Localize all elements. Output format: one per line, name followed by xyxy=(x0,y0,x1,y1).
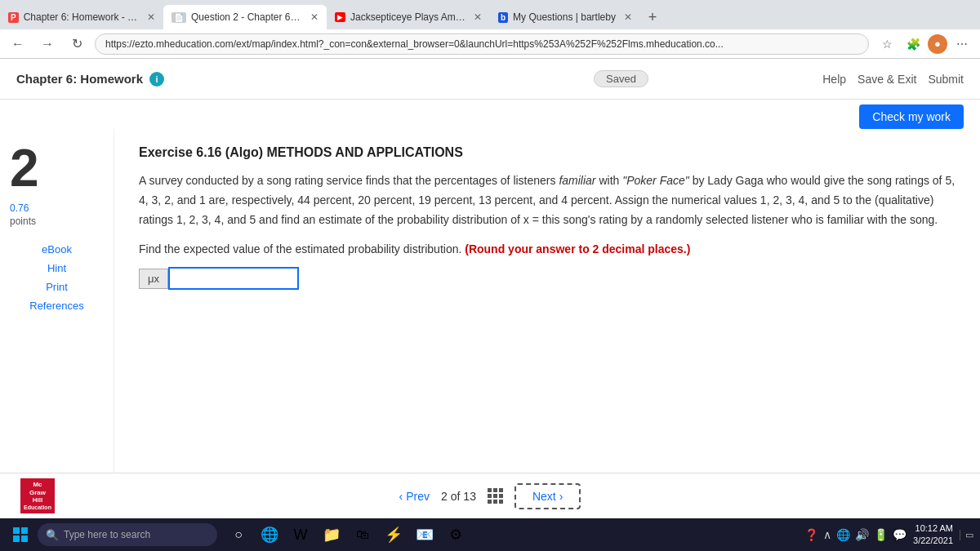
taskbar-volume-icon[interactable]: 🔊 xyxy=(855,528,869,541)
print-link[interactable]: Print xyxy=(10,281,104,293)
next-label: Next xyxy=(532,490,556,503)
taskbar-clock[interactable]: 10:12 AM 3/22/2021 xyxy=(913,522,953,548)
app-footer: Mc Graw Hill Education ‹ Prev 2 of 13 xyxy=(0,473,980,518)
body-text-2: with xyxy=(596,174,623,187)
info-icon[interactable]: i xyxy=(149,72,164,87)
hint-link[interactable]: Hint xyxy=(10,262,104,274)
page-separator: of xyxy=(451,490,464,503)
taskbar-question-icon[interactable]: ❓ xyxy=(804,528,818,541)
taskbar-show-desktop-icon[interactable]: ▭ xyxy=(960,530,973,540)
instruction-bold: (Round your answer to 2 decimal places.) xyxy=(465,242,690,256)
tab2-icon: 📄 xyxy=(172,12,186,23)
taskbar-battery-icon[interactable]: 🔋 xyxy=(874,528,888,541)
tab1-close[interactable]: ✕ xyxy=(147,11,155,23)
left-sidebar: 2 0.76 points eBook Hint Print Reference… xyxy=(0,129,114,473)
grid-dot-6 xyxy=(499,494,503,498)
prev-label: Prev xyxy=(406,490,430,503)
app-header: Chapter 6: Homework i Saved Help Save & … xyxy=(0,59,980,100)
taskbar-msg-icon[interactable]: 💬 xyxy=(893,528,906,541)
prev-arrow-icon: ‹ xyxy=(399,490,403,503)
page-current: 2 xyxy=(441,490,448,503)
back-button[interactable]: ← xyxy=(7,33,29,56)
start-button[interactable] xyxy=(7,521,34,549)
points-info: 0.76 points xyxy=(10,201,104,227)
instruction-text: Find the expected value of the estimated… xyxy=(139,242,956,256)
tab2-close[interactable]: ✕ xyxy=(310,11,318,23)
help-link[interactable]: Help xyxy=(822,73,846,86)
footer-nav: ‹ Prev 2 of 13 Next › xyxy=(399,483,581,509)
save-exit-link[interactable]: Save & Exit xyxy=(858,73,916,86)
refresh-button[interactable]: ↻ xyxy=(65,33,88,56)
taskbar-app-power[interactable]: ⚡ xyxy=(379,520,408,549)
next-button[interactable]: Next › xyxy=(514,483,581,509)
address-bar: ← → ↻ ☆ 🧩 ● ⋯ xyxy=(0,29,980,59)
tab3-close[interactable]: ✕ xyxy=(474,11,482,23)
references-link[interactable]: References xyxy=(10,300,104,312)
app-title: Chapter 6: Homework xyxy=(16,72,143,86)
tab-question2[interactable]: 📄 Question 2 - Chapter 6: Homew... ✕ xyxy=(163,5,327,29)
url-input[interactable] xyxy=(95,33,869,55)
answer-label: μx xyxy=(139,269,168,289)
taskbar-search-box[interactable]: 🔍 Type here to search xyxy=(38,523,217,546)
tab4-close[interactable]: ✕ xyxy=(624,11,632,23)
tab3-label: Jacksepticeye Plays Among ... xyxy=(350,11,466,23)
answer-input[interactable] xyxy=(168,267,299,290)
check-work-button[interactable]: Check my work xyxy=(859,104,964,129)
favorites-icon[interactable]: ☆ xyxy=(875,33,898,56)
taskbar-arrow-icon[interactable]: ∧ xyxy=(823,528,831,541)
tab3-icon: ▶ xyxy=(335,12,345,22)
tab1-label: Chapter 6: Homework - Spring ... xyxy=(24,11,139,23)
points-value: 0.76 xyxy=(10,202,29,214)
taskbar-app-store[interactable]: 🛍 xyxy=(348,520,377,549)
exercise-title: Exercise 6.16 (Algo) METHODS AND APPLICA… xyxy=(139,145,956,160)
search-icon: 🔍 xyxy=(46,529,59,541)
forward-button[interactable]: → xyxy=(36,33,59,56)
body-italic-2: "Poker Face" xyxy=(622,174,689,187)
taskbar-app-settings[interactable]: ⚙ xyxy=(441,520,470,549)
tab-bartleby[interactable]: b My Questions | bartleby ✕ xyxy=(490,5,640,29)
mgh-logo: Mc Graw Hill Education xyxy=(16,478,59,513)
taskbar-time-value: 10:12 AM xyxy=(913,522,953,535)
app-content: Chapter 6: Homework i Saved Help Save & … xyxy=(0,59,980,518)
taskbar-system-icons: ❓ ∧ 🌐 🔊 🔋 💬 xyxy=(804,528,906,541)
taskbar-search-text: Type here to search xyxy=(64,529,150,540)
menu-icon[interactable]: ⋯ xyxy=(951,33,973,56)
taskbar: 🔍 Type here to search ○ 🌐 W 📁 🛍 ⚡ 📧 ⚙ xyxy=(0,518,980,551)
taskbar-app-outlook[interactable]: 📧 xyxy=(410,520,439,549)
taskbar-apps: ○ 🌐 W 📁 🛍 ⚡ 📧 ⚙ xyxy=(224,520,470,549)
grid-dot-2 xyxy=(493,488,497,492)
new-tab-button[interactable]: + xyxy=(640,5,665,29)
taskbar-app-folder[interactable]: 📁 xyxy=(317,520,346,549)
sidebar-links: eBook Hint Print References xyxy=(10,243,104,312)
grid-dot-9 xyxy=(499,500,503,504)
windows-icon xyxy=(13,527,28,542)
body-italic-1: familiar xyxy=(559,174,595,187)
tab4-label: My Questions | bartleby xyxy=(513,11,616,23)
profile-icon[interactable]: ● xyxy=(928,34,947,54)
body-text-1: A survey conducted by a song rating serv… xyxy=(139,174,559,187)
taskbar-app-edge[interactable]: 🌐 xyxy=(255,520,284,549)
grid-dot-7 xyxy=(488,500,492,504)
tab-bar: P Chapter 6: Homework - Spring ... ✕ 📄 Q… xyxy=(0,0,980,29)
logo-line3: Hill xyxy=(24,496,51,504)
tab-chapter6-homework[interactable]: P Chapter 6: Homework - Spring ... ✕ xyxy=(0,5,163,29)
points-label: points xyxy=(10,216,36,227)
answer-row: μx xyxy=(139,267,956,290)
ebook-link[interactable]: eBook xyxy=(10,243,104,256)
grid-dot-5 xyxy=(493,494,497,498)
submit-link[interactable]: Submit xyxy=(928,73,964,86)
taskbar-network-icon[interactable]: 🌐 xyxy=(836,528,850,541)
taskbar-app-word[interactable]: W xyxy=(286,520,315,549)
tab-youtube[interactable]: ▶ Jacksepticeye Plays Among ... ✕ xyxy=(327,5,490,29)
extensions-icon[interactable]: 🧩 xyxy=(902,33,924,56)
question-number: 2 xyxy=(10,142,104,194)
grid-icon[interactable] xyxy=(488,488,503,504)
prev-link[interactable]: ‹ Prev xyxy=(399,490,430,503)
content-area: Exercise 6.16 (Algo) METHODS AND APPLICA… xyxy=(114,129,980,473)
taskbar-right: ❓ ∧ 🌐 🔊 🔋 💬 10:12 AM 3/22/2021 ▭ xyxy=(804,522,973,548)
exercise-body: A survey conducted by a song rating serv… xyxy=(139,171,956,229)
main-layout: 2 0.76 points eBook Hint Print Reference… xyxy=(0,129,980,473)
taskbar-app-cortana[interactable]: ○ xyxy=(224,520,253,549)
logo-line2: Graw xyxy=(24,489,51,497)
tab1-icon: P xyxy=(8,12,19,23)
